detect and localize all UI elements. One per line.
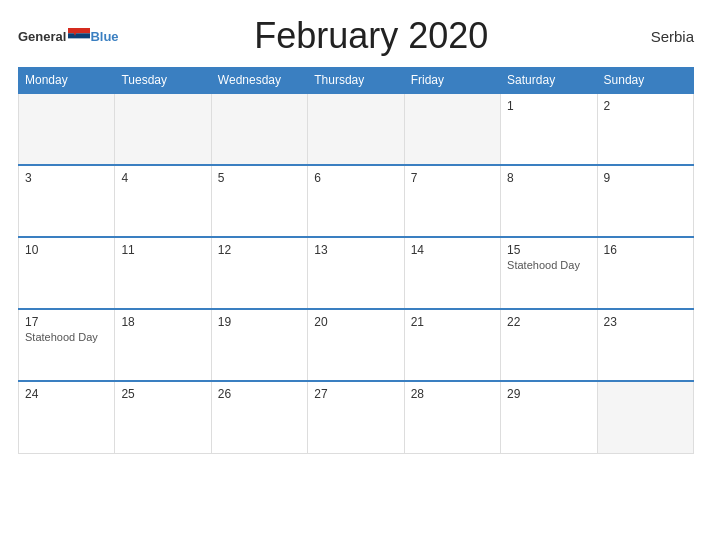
calendar-week-row: 101112131415Statehood Day16 [19, 237, 694, 309]
logo-blue-text: Blue [90, 29, 118, 44]
calendar-cell: 5 [211, 165, 307, 237]
day-number: 23 [604, 315, 687, 329]
weekday-header: Wednesday [211, 68, 307, 94]
calendar-cell: 15Statehood Day [501, 237, 597, 309]
calendar-week-row: 242526272829 [19, 381, 694, 453]
calendar-cell: 14 [404, 237, 500, 309]
weekday-header: Tuesday [115, 68, 211, 94]
day-number: 7 [411, 171, 494, 185]
day-number: 18 [121, 315, 204, 329]
calendar-body: 123456789101112131415Statehood Day1617St… [19, 93, 694, 453]
calendar-cell: 2 [597, 93, 693, 165]
weekday-header: Saturday [501, 68, 597, 94]
calendar-cell: 8 [501, 165, 597, 237]
calendar-cell [211, 93, 307, 165]
calendar-cell: 24 [19, 381, 115, 453]
day-number: 2 [604, 99, 687, 113]
day-number: 15 [507, 243, 590, 257]
calendar-week-row: 3456789 [19, 165, 694, 237]
day-number: 21 [411, 315, 494, 329]
weekday-header: Monday [19, 68, 115, 94]
day-number: 11 [121, 243, 204, 257]
svg-rect-2 [68, 39, 90, 44]
day-number: 16 [604, 243, 687, 257]
logo: General Blue [18, 28, 119, 44]
day-number: 12 [218, 243, 301, 257]
calendar-cell: 6 [308, 165, 404, 237]
calendar-cell [19, 93, 115, 165]
calendar-header-row: MondayTuesdayWednesdayThursdayFridaySatu… [19, 68, 694, 94]
calendar-cell: 16 [597, 237, 693, 309]
calendar-cell [597, 381, 693, 453]
calendar-cell: 21 [404, 309, 500, 381]
weekday-row: MondayTuesdayWednesdayThursdayFridaySatu… [19, 68, 694, 94]
day-number: 8 [507, 171, 590, 185]
day-number: 6 [314, 171, 397, 185]
calendar-cell: 23 [597, 309, 693, 381]
calendar-cell: 4 [115, 165, 211, 237]
logo-general-text: General [18, 29, 66, 44]
weekday-header: Friday [404, 68, 500, 94]
day-number: 24 [25, 387, 108, 401]
weekday-header: Thursday [308, 68, 404, 94]
calendar-cell: 22 [501, 309, 597, 381]
calendar-title: February 2020 [119, 15, 624, 57]
day-number: 19 [218, 315, 301, 329]
day-number: 4 [121, 171, 204, 185]
calendar-cell: 11 [115, 237, 211, 309]
logo-flag-icon [68, 28, 90, 44]
calendar-cell: 7 [404, 165, 500, 237]
calendar-cell: 3 [19, 165, 115, 237]
day-number: 1 [507, 99, 590, 113]
calendar-cell: 27 [308, 381, 404, 453]
calendar-cell: 19 [211, 309, 307, 381]
svg-rect-0 [68, 28, 90, 33]
calendar-cell: 28 [404, 381, 500, 453]
day-number: 27 [314, 387, 397, 401]
event-label: Statehood Day [507, 259, 590, 271]
calendar-header: General Blue February 2020 Serbia [18, 15, 694, 57]
day-number: 14 [411, 243, 494, 257]
calendar-cell: 9 [597, 165, 693, 237]
day-number: 28 [411, 387, 494, 401]
day-number: 5 [218, 171, 301, 185]
calendar-cell [404, 93, 500, 165]
event-label: Statehood Day [25, 331, 108, 343]
day-number: 22 [507, 315, 590, 329]
weekday-header: Sunday [597, 68, 693, 94]
day-number: 9 [604, 171, 687, 185]
calendar-cell: 10 [19, 237, 115, 309]
day-number: 29 [507, 387, 590, 401]
day-number: 17 [25, 315, 108, 329]
day-number: 26 [218, 387, 301, 401]
calendar-cell: 26 [211, 381, 307, 453]
day-number: 3 [25, 171, 108, 185]
calendar-cell: 13 [308, 237, 404, 309]
calendar-cell [115, 93, 211, 165]
calendar-cell: 17Statehood Day [19, 309, 115, 381]
calendar-cell: 29 [501, 381, 597, 453]
calendar-cell: 12 [211, 237, 307, 309]
svg-rect-1 [68, 33, 90, 38]
country-name: Serbia [624, 28, 694, 45]
day-number: 13 [314, 243, 397, 257]
day-number: 10 [25, 243, 108, 257]
day-number: 20 [314, 315, 397, 329]
calendar-table: MondayTuesdayWednesdayThursdayFridaySatu… [18, 67, 694, 454]
day-number: 25 [121, 387, 204, 401]
calendar-cell: 18 [115, 309, 211, 381]
calendar-cell: 1 [501, 93, 597, 165]
calendar-cell: 25 [115, 381, 211, 453]
calendar-week-row: 17Statehood Day181920212223 [19, 309, 694, 381]
calendar-cell [308, 93, 404, 165]
calendar-week-row: 12 [19, 93, 694, 165]
calendar-cell: 20 [308, 309, 404, 381]
calendar-page: General Blue February 2020 Serbia Monday… [0, 0, 712, 550]
